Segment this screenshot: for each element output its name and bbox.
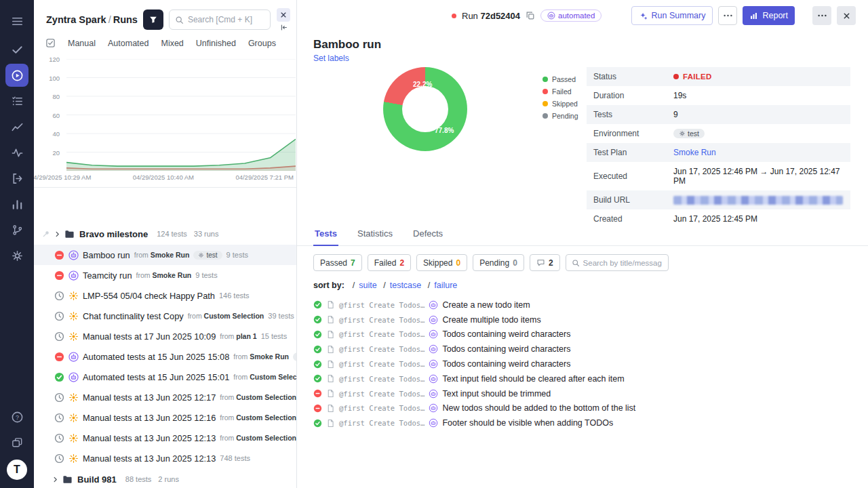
- branch-icon[interactable]: [5, 218, 28, 241]
- detail-value: 19s 19s: [673, 91, 844, 100]
- filter-chip[interactable]: 2: [530, 254, 560, 271]
- build-group-row[interactable]: Build 981 88 tests2 runs: [34, 468, 296, 488]
- collapse-left-icon[interactable]: [280, 24, 288, 31]
- select-all-icon[interactable]: [45, 38, 56, 48]
- app-logo[interactable]: T: [7, 460, 27, 480]
- run-name: Manual tests at 17 Jun 2025 10:09: [83, 331, 216, 342]
- run-row[interactable]: Teamcity run from Smoke Run 9 tests: [34, 265, 296, 285]
- test-status-icon: [313, 419, 322, 428]
- file-icon: [326, 419, 335, 428]
- run-tests-count: 146 tests: [219, 291, 250, 300]
- legend-dot: [542, 89, 548, 94]
- milestone-group-row[interactable]: Bravo milestone 124 tests33 runs: [34, 223, 296, 245]
- set-labels-link[interactable]: Set labels: [313, 54, 852, 63]
- run-row[interactable]: Manual tests at 13 Jun 2025 12:17 from C…: [34, 387, 296, 407]
- test-row[interactable]: @first Create Todos… Text input should b…: [313, 386, 852, 401]
- test-suite-path: @first Create Todos…: [339, 330, 425, 338]
- run-filter-tab[interactable]: Unfinished: [196, 39, 236, 48]
- menu-icon[interactable]: [5, 9, 28, 33]
- test-title: Text input field should be cleared after…: [442, 374, 624, 384]
- y-tick-label: 40: [52, 130, 60, 138]
- run-name: Manual tests at 13 Jun 2025 12:16: [83, 413, 216, 423]
- import-icon[interactable]: [5, 167, 28, 190]
- test-row[interactable]: @first Create Todos… Create multiple tod…: [313, 312, 852, 327]
- tests-search-input[interactable]: [583, 259, 663, 267]
- filter-chip[interactable]: Passed 7: [313, 254, 362, 271]
- run-row[interactable]: Automated tests at 15 Jun 2025 15:08 fro…: [34, 346, 296, 367]
- passed-percentage: 77.8%: [435, 127, 454, 134]
- detail-row: Build URL: [587, 190, 850, 209]
- test-row[interactable]: @first Create Todos… Create a new todo i…: [313, 298, 852, 312]
- sort-link[interactable]: failure: [434, 281, 457, 290]
- trend-chart-icon[interactable]: [5, 115, 28, 138]
- test-row[interactable]: @first Create Todos… New todos should be…: [313, 401, 852, 416]
- sort-controls: sort by: suite testcase failure: [297, 274, 868, 294]
- run-tab[interactable]: Defects: [412, 226, 444, 245]
- test-row[interactable]: @first Create Todos… Todos containing we…: [313, 327, 852, 342]
- run-filter-tab[interactable]: Manual: [68, 39, 96, 48]
- folder-icon: [62, 474, 73, 485]
- test-row[interactable]: @first Create Todos… Todos containing we…: [313, 342, 852, 357]
- file-icon: [326, 315, 335, 324]
- breadcrumb-project[interactable]: Zyntra Spark: [46, 14, 106, 25]
- runs-play-icon[interactable]: [5, 64, 28, 87]
- close-run-button[interactable]: [837, 6, 856, 25]
- run-row[interactable]: Manual tests at 13 Jun 2025 12:16 from C…: [34, 407, 296, 428]
- detail-text: Smoke Run: [673, 148, 716, 157]
- report-button[interactable]: Report: [743, 6, 795, 25]
- run-tab[interactable]: Statistics: [356, 226, 394, 245]
- bar-chart-icon[interactable]: [5, 192, 28, 216]
- run-name: Automated tests at 15 Jun 2025 15:01: [83, 372, 229, 382]
- svg-text:?: ?: [15, 413, 18, 420]
- run-row[interactable]: Manual tests at 13 Jun 2025 12:13 from C…: [34, 428, 296, 448]
- test-row[interactable]: @first Create Todos… Footer should be vi…: [313, 415, 852, 430]
- run-row[interactable]: Bamboo run from Smoke Run test 9 tests: [34, 245, 296, 265]
- run-tests-count: 15 tests: [261, 332, 288, 340]
- test-row[interactable]: @first Create Todos… Todos containing we…: [313, 357, 852, 371]
- breadcrumb-section[interactable]: Runs: [113, 14, 138, 25]
- runs-search-input[interactable]: [188, 15, 264, 24]
- sort-link[interactable]: suite: [359, 281, 376, 290]
- copy-icon[interactable]: [526, 11, 535, 20]
- filter-chip[interactable]: Failed 2: [368, 254, 411, 271]
- help-icon[interactable]: ?: [5, 405, 28, 428]
- run-tab[interactable]: Tests: [313, 226, 338, 246]
- sun-icon: [68, 311, 79, 321]
- filter-chip[interactable]: Pending 0: [473, 254, 524, 271]
- robot-icon: [429, 315, 438, 325]
- more-actions-button[interactable]: [718, 6, 737, 25]
- test-row[interactable]: @first Create Todos… Text input field sh…: [313, 371, 852, 386]
- test-title: Create a new todo item: [442, 300, 530, 310]
- run-row[interactable]: Manual tests at 13 Jun 2025 12:13 from 7…: [34, 448, 296, 468]
- chevron-right-icon[interactable]: [54, 230, 61, 238]
- check-icon[interactable]: [5, 38, 28, 61]
- window-more-button[interactable]: [812, 6, 831, 25]
- legend-label: Passed: [552, 75, 576, 83]
- folders-icon[interactable]: [5, 431, 28, 454]
- run-filter-tab[interactable]: Automated: [108, 39, 149, 48]
- filter-label: Pending: [479, 258, 509, 268]
- sort-link[interactable]: testcase: [390, 281, 422, 290]
- run-filter-tab[interactable]: Groups: [248, 39, 276, 48]
- detail-text: Jun 17, 2025 12:46 PM → Jun 17, 2025 12:…: [673, 167, 844, 186]
- activity-icon[interactable]: [5, 141, 28, 164]
- filter-count: 0: [456, 258, 460, 268]
- test-suite-path: @first Create Todos…: [339, 404, 425, 412]
- run-filter-tab[interactable]: Mixed: [161, 39, 183, 48]
- run-row[interactable]: Manual tests at 17 Jun 2025 10:09 from p…: [34, 326, 296, 346]
- run-row[interactable]: Automated tests at 15 Jun 2025 15:01 fro…: [34, 367, 296, 387]
- run-summary-button[interactable]: Run Summary: [631, 6, 713, 25]
- run-row[interactable]: LMP-554 05/04 check Happy Path from 146 …: [34, 285, 296, 306]
- file-icon: [326, 345, 335, 354]
- gear-icon[interactable]: [5, 244, 28, 267]
- filter-chip[interactable]: Skipped 0: [416, 254, 467, 271]
- close-panel-icon[interactable]: [277, 8, 290, 22]
- filter-button[interactable]: [143, 9, 163, 30]
- run-row[interactable]: Chat functinality test Copy from Custom …: [34, 306, 296, 326]
- automated-badge[interactable]: automated: [540, 9, 601, 22]
- file-icon: [326, 360, 335, 369]
- task-list-icon[interactable]: [5, 89, 28, 113]
- run-type-icon: [68, 270, 79, 281]
- passed-icon: [313, 419, 322, 428]
- chevron-right-icon[interactable]: [52, 476, 59, 483]
